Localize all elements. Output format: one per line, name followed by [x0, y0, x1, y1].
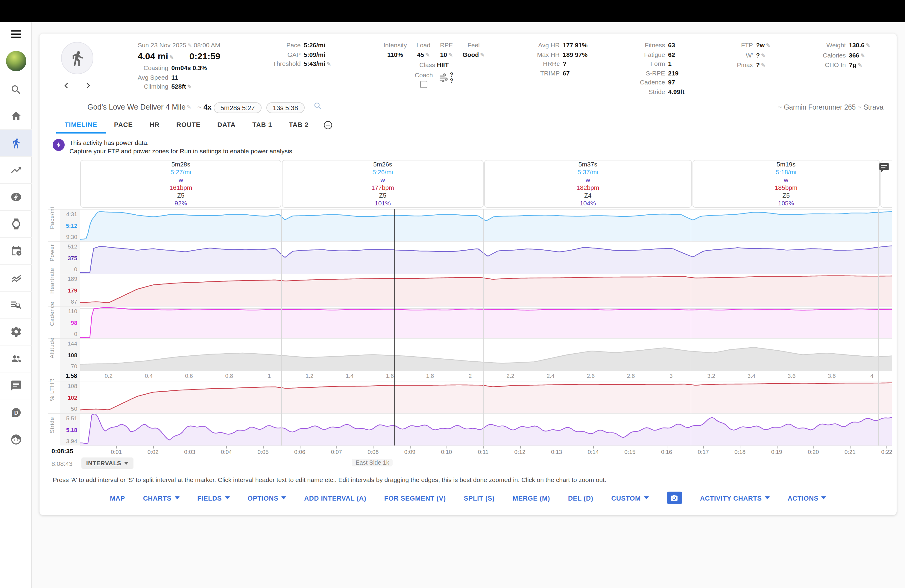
coach-checkbox[interactable] [420, 81, 427, 88]
search-similar-icon[interactable] [313, 101, 322, 113]
toolbar-button-map[interactable]: MAP [110, 494, 125, 502]
prev-activity-button[interactable] [62, 81, 71, 92]
tab-pace[interactable]: PACE [106, 116, 141, 133]
panel-plot-pace[interactable] [80, 210, 892, 241]
stat-value: 63 [668, 41, 684, 50]
stat-value: 4.99ft [668, 87, 684, 96]
add-tab-button[interactable] [323, 120, 332, 130]
stat-value: ?g✎ [849, 60, 870, 70]
panel-plot-lthr[interactable] [80, 381, 892, 413]
panel-gutter-lthr: % LTHR10810250 [48, 381, 80, 413]
edit-pencil-icon[interactable]: ✎ [425, 52, 430, 58]
stat-label: FTP [737, 41, 753, 51]
edit-pencil-icon[interactable]: ✎ [169, 54, 174, 60]
interval-chip-1[interactable]: 5m28s 5:27 [214, 102, 262, 113]
interval-chip-2[interactable]: 13s 5:38 [266, 102, 305, 113]
panel-plot-heartrate[interactable] [80, 274, 892, 306]
toolbar-button-add-interval-a-[interactable]: ADD INTERVAL (A) [304, 494, 366, 502]
menu-button[interactable] [0, 22, 32, 46]
edit-pencil-icon[interactable]: ✎ [858, 62, 862, 68]
stat-value: 219 [668, 68, 684, 78]
sidebar-item-face[interactable] [0, 426, 32, 453]
panel-plot-stride[interactable] [80, 414, 892, 445]
chart-panel-altitude[interactable]: Altitude14410870 [48, 338, 892, 371]
interval-header-1[interactable]: 5m28s5:27/miw161bpmZ592% [80, 160, 282, 208]
tab-tab-2[interactable]: TAB 2 [280, 116, 317, 133]
sidebar-item-search-list[interactable] [0, 292, 32, 319]
toolbar-button-options[interactable]: OPTIONS [248, 494, 286, 502]
sidebar-item-settings[interactable] [0, 319, 32, 345]
panel-gutter-heartrate: Heartrate18917987 [48, 274, 80, 306]
sidebar-item-people[interactable] [0, 345, 32, 372]
comment-icon[interactable] [878, 162, 890, 175]
toolbar-button-custom[interactable]: CUSTOM [611, 494, 649, 502]
sidebar-item-run[interactable] [0, 130, 32, 157]
caret-down-icon [124, 462, 129, 465]
edit-pencil-icon[interactable]: ✎ [861, 52, 865, 58]
panel-ticks-pace: 4:315:129:30 [60, 210, 80, 241]
sidebar-item-search[interactable] [0, 76, 32, 103]
distance-tick: 2.6 [587, 372, 595, 379]
chart-panel-pace[interactable]: Pace/mi4:315:129:30 [48, 209, 892, 241]
edit-pencil-icon[interactable]: ✎ [448, 52, 453, 58]
toolbar-button-activity-charts[interactable]: ACTIVITY CHARTS [700, 494, 770, 502]
sidebar-item-home[interactable] [0, 103, 32, 130]
toolbar-button-actions[interactable]: ACTIONS [788, 494, 826, 502]
chart-panel-lthr[interactable]: % LTHR10810250 [48, 381, 892, 413]
interval-header-2[interactable]: 5m26s5:26/miw177bpmZ5101% [282, 160, 484, 208]
edit-pencil-icon[interactable]: ✎ [761, 52, 765, 58]
edit-pencil-icon[interactable]: ✎ [327, 61, 331, 67]
segment-annotation[interactable]: East Side 1k [352, 459, 393, 466]
tab-tab-1[interactable]: TAB 1 [244, 116, 280, 133]
sidebar-item-trending[interactable] [0, 157, 32, 184]
tab-route[interactable]: ROUTE [168, 116, 209, 133]
sidebar-item-disqus[interactable]: D [0, 399, 32, 426]
edit-pencil-icon[interactable]: ✎ [480, 52, 484, 58]
sidebar-item-multi-chart[interactable] [0, 265, 32, 292]
chart-panel-cadence[interactable]: Cadence110980 [48, 306, 892, 338]
panel-plot-power[interactable] [80, 242, 892, 273]
toolbar-button-merge-m-[interactable]: MERGE (M) [513, 494, 550, 502]
toolbar-button-split-s-[interactable]: SPLIT (S) [464, 494, 495, 502]
tick-current: 102 [68, 394, 77, 400]
timeline-chart[interactable]: 5m28s5:27/miw161bpmZ592%5m26s5:26/miw177… [48, 160, 892, 470]
edit-pencil-icon[interactable]: ✎ [866, 43, 870, 49]
stat-value: 11 [171, 73, 207, 82]
edit-pencil-icon[interactable]: ✎ [766, 43, 770, 49]
activity-title[interactable]: God's Love We Deliver 4 Mile [87, 103, 186, 111]
toolbar-button-for-segment-v-[interactable]: FOR SEGMENT (V) [384, 494, 446, 502]
chart-panel-power[interactable]: Power5123750 [48, 241, 892, 273]
toolbar-button-fields[interactable]: FIELDS [197, 494, 230, 502]
time-tick-label: 0:22 [881, 448, 892, 455]
toolbar-button-del-d-[interactable]: DEL (D) [568, 494, 593, 502]
time-tick-label: 0:18 [734, 448, 746, 455]
next-activity-button[interactable] [84, 81, 92, 92]
tab-timeline[interactable]: TIMELINE [56, 116, 106, 133]
edit-title-icon[interactable]: ✎ [187, 104, 191, 110]
chart-panel-heartrate[interactable]: Heartrate18917987 [48, 273, 892, 306]
tab-data[interactable]: DATA [209, 116, 244, 133]
sidebar-item-watch[interactable] [0, 211, 32, 238]
interval-header-4[interactable]: 5m19s5:18/miw185bpmZ5105% [692, 160, 880, 208]
panel-plot-cadence[interactable] [80, 307, 892, 338]
edit-pencil-icon[interactable]: ✎ [187, 84, 192, 90]
user-avatar[interactable] [0, 46, 32, 76]
panel-plot-altitude[interactable] [80, 339, 892, 371]
intervals-button[interactable]: INTERVALS [81, 458, 134, 469]
sidebar-item-calendar-clock[interactable] [0, 238, 32, 265]
interval-header-3[interactable]: 5m37s5:37/miw182bpmZ4104% [484, 160, 692, 208]
tab-hr[interactable]: HR [141, 116, 168, 133]
multi-chart-icon [10, 272, 22, 284]
tick-max: 512 [68, 243, 77, 250]
time-tick-mark [667, 446, 667, 448]
camera-button[interactable] [667, 492, 682, 504]
sidebar-item-chat[interactable] [0, 372, 32, 399]
edit-pencil-icon[interactable]: ✎ [761, 62, 765, 68]
edit-pencil-icon[interactable]: ✎ [187, 43, 192, 49]
chart-panel-stride[interactable]: Stride5.515.183.94 [48, 413, 892, 445]
sidebar-item-power[interactable] [0, 184, 32, 211]
toolbar-button-charts[interactable]: CHARTS [143, 494, 179, 502]
run-activity-icon [61, 42, 94, 74]
time-tick-mark [593, 446, 594, 448]
time-tick-label: 0:07 [331, 448, 342, 455]
